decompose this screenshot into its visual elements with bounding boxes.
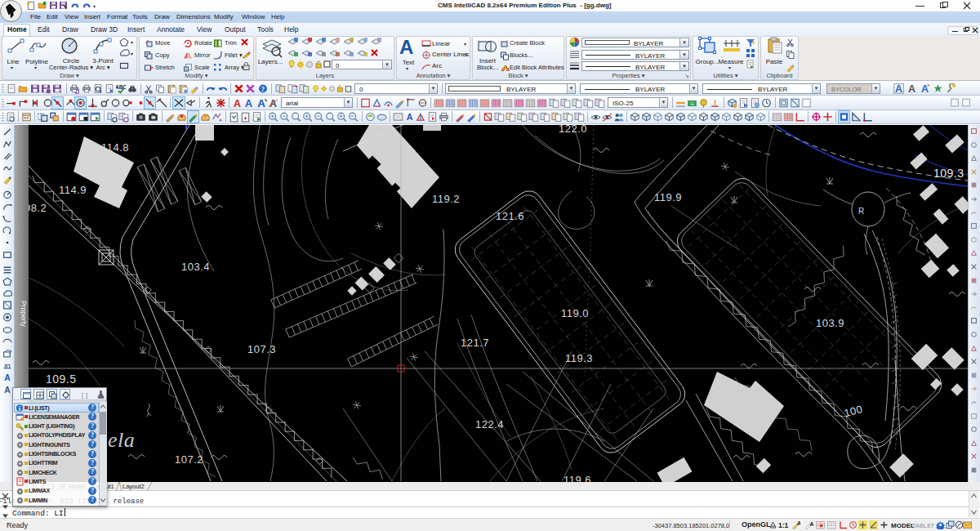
svg-text:A: A: [895, 83, 902, 94]
svg-text:A: A: [797, 520, 800, 526]
svg-text:109.3: 109.3: [933, 167, 964, 180]
svg-text:A: A: [921, 83, 929, 94]
svg-text:A: A: [257, 97, 265, 109]
svg-text:107.3: 107.3: [247, 343, 276, 355]
svg-text:119.0: 119.0: [561, 307, 589, 319]
svg-text:G: G: [690, 101, 694, 106]
svg-text:R: R: [858, 207, 865, 216]
svg-text:103.4: 103.4: [181, 261, 210, 273]
svg-text:122.4: 122.4: [475, 418, 504, 431]
svg-text:121.7: 121.7: [461, 337, 489, 349]
svg-text:A: A: [245, 98, 252, 109]
svg-text:i: i: [756, 102, 757, 107]
svg-text:109.5: 109.5: [46, 373, 77, 386]
svg-text:114.9: 114.9: [59, 184, 87, 196]
svg-text:107.2: 107.2: [175, 453, 203, 466]
svg-text:122.0: 122.0: [559, 125, 587, 135]
svg-text:103.9: 103.9: [816, 317, 844, 329]
svg-text:100: 100: [843, 403, 864, 419]
svg-text:ela: ela: [108, 428, 135, 452]
svg-text:ABC: ABC: [116, 84, 126, 90]
svg-text:A: A: [4, 373, 11, 382]
svg-text:98.2: 98.2: [29, 202, 47, 214]
svg-text:A: A: [234, 98, 241, 109]
svg-text:[]: []: [80, 390, 88, 398]
svg-text:119.6: 119.6: [564, 474, 591, 482]
svg-text:119.9: 119.9: [654, 191, 682, 203]
svg-text:A: A: [407, 112, 413, 122]
svg-text:114.8: 114.8: [101, 141, 129, 154]
svg-text:A: A: [908, 83, 915, 94]
svg-text:121.6: 121.6: [496, 210, 524, 222]
svg-text:A: A: [4, 385, 11, 394]
svg-text:i: i: [19, 405, 20, 413]
svg-text:?: ?: [261, 85, 265, 93]
svg-text:119.2: 119.2: [432, 193, 460, 205]
svg-text:119.3: 119.3: [565, 352, 593, 364]
svg-text:A: A: [810, 521, 814, 527]
